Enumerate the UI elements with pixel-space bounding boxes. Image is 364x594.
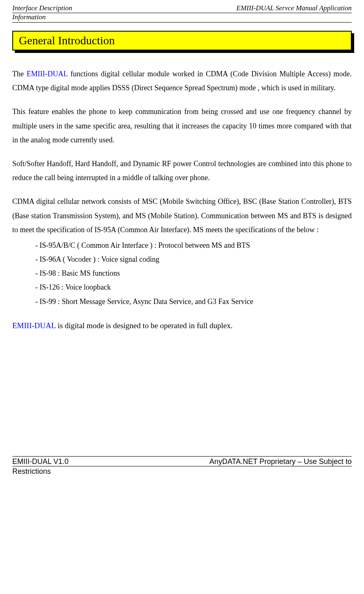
spec-item: - IS-95A/B/C ( Common Air Interface ) : … <box>35 238 352 252</box>
paragraph-5: EMIII-DUAL is digital mode is designed t… <box>12 318 352 333</box>
para1-product-name: EMIII-DUAL <box>27 70 68 78</box>
page-header: Interface Description EMIII-DUAL Servce … <box>12 4 352 13</box>
section-title-box: General Introduction <box>12 31 352 50</box>
header-right: EMIII-DUAL Servce Manual Application <box>237 4 352 12</box>
spec-item: - IS-99 : Short Message Service, Async D… <box>35 295 352 308</box>
header-left: Interface Description <box>12 4 72 12</box>
spec-list: - IS-95A/B/C ( Common Air Interface ) : … <box>12 238 352 308</box>
spec-item: - IS-96A ( Vocoder ) : Voice signal codi… <box>35 252 352 266</box>
footer-right: AnyDATA.NET Proprietary – Use Subject to <box>209 457 352 466</box>
footer-sub: Restrictions <box>12 466 352 476</box>
spec-item: - IS-98 : Basic MS functions <box>35 266 352 280</box>
paragraph-2: This feature enables the phone to keep c… <box>12 105 352 147</box>
spec-item: - IS-126 : Voice loopback <box>35 280 352 294</box>
para5-post: is digital mode is designed to be operat… <box>56 321 233 330</box>
para1-pre: The <box>12 70 27 78</box>
paragraph-4: CDMA digital cellular network consists o… <box>12 194 352 237</box>
page-footer: EMIII-DUAL V1.0 AnyDATA.NET Proprietary … <box>12 456 352 466</box>
footer-left: EMIII-DUAL V1.0 <box>12 457 68 466</box>
section-title: General Introduction <box>19 34 115 47</box>
paragraph-1: The EMIII-DUAL functions digital cellula… <box>12 67 352 95</box>
paragraph-3: Soft/Softer Handoff, Hard Handoff, and D… <box>12 157 352 185</box>
header-sub: Information <box>12 13 352 23</box>
para5-product-name: EMIII-DUAL <box>12 321 56 330</box>
